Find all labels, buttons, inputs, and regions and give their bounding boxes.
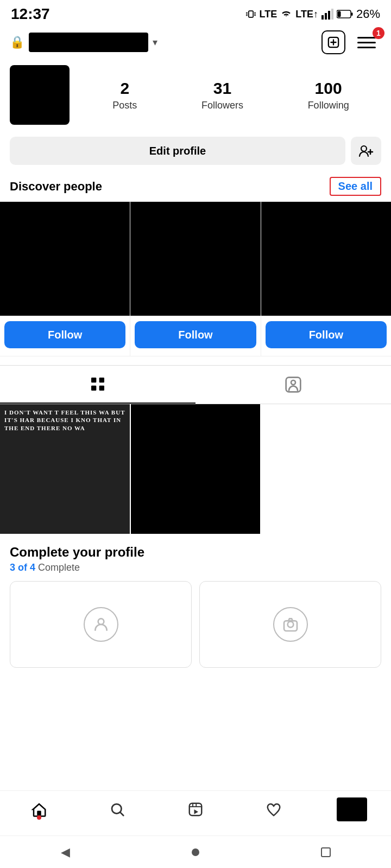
posts-grid: I DON'T WANT T FEEL THIS WA BUT IT'S HAR…	[0, 404, 391, 534]
discover-card-image-1	[0, 202, 130, 316]
edit-profile-button[interactable]: Edit profile	[10, 137, 345, 165]
system-nav: ◀	[0, 835, 391, 868]
svg-rect-23	[99, 386, 104, 391]
svg-rect-12	[351, 12, 352, 16]
following-label: Following	[308, 100, 349, 111]
wifi-icon	[280, 9, 292, 19]
posts-stat[interactable]: 2 Posts	[112, 79, 137, 111]
following-stat[interactable]: 100 Following	[308, 79, 349, 111]
discover-card-1: Follow	[0, 202, 130, 356]
complete-profile-progress: 3 of 4	[10, 562, 35, 573]
complete-cards-row	[10, 581, 381, 668]
discover-card-image-3	[261, 202, 391, 316]
home-dot	[37, 815, 41, 820]
svg-rect-8	[325, 13, 327, 20]
svg-rect-29	[37, 811, 41, 816]
svg-point-27	[287, 621, 293, 627]
search-icon	[109, 801, 125, 818]
nav-profile[interactable]	[330, 797, 374, 821]
following-count: 100	[315, 79, 342, 98]
svg-rect-32	[190, 803, 202, 816]
svg-point-17	[361, 146, 367, 151]
back-icon: ◀	[61, 845, 70, 859]
follow-button-2[interactable]: Follow	[135, 321, 256, 348]
complete-card-2[interactable]	[199, 581, 381, 668]
bottom-nav-bar	[0, 790, 391, 827]
action-row: Edit profile	[0, 133, 391, 173]
status-icons: LTE LTE↑ 26%	[245, 7, 380, 21]
see-all-button[interactable]: See all	[330, 177, 381, 196]
menu-line-3	[357, 47, 376, 48]
svg-rect-21	[99, 378, 104, 382]
svg-rect-13	[337, 11, 340, 17]
tab-grid[interactable]	[0, 366, 195, 404]
svg-point-25	[291, 380, 295, 385]
discover-card-2: Follow	[130, 202, 261, 356]
complete-profile-title: Complete your profile	[10, 545, 381, 560]
nav-reels[interactable]	[174, 801, 217, 818]
discover-card-image-2	[130, 202, 260, 316]
post-text-1: I DON'T WANT T FEEL THIS WA BUT IT'S HAR…	[0, 404, 130, 534]
followers-stat[interactable]: 31 Followers	[201, 79, 243, 111]
notification-badge: 1	[373, 27, 384, 39]
post-thumb-3	[261, 404, 391, 534]
nav-home[interactable]	[17, 801, 61, 818]
svg-point-26	[98, 618, 104, 624]
svg-rect-22	[91, 386, 96, 391]
lock-icon: 🔒	[10, 35, 24, 49]
recents-square-icon	[321, 847, 331, 857]
post-image-2	[131, 404, 261, 534]
battery-percentage: 26%	[356, 7, 380, 21]
avatar[interactable]	[10, 65, 70, 125]
complete-profile-subtitle: 3 of 4 Complete	[10, 562, 381, 573]
followers-count: 31	[213, 79, 231, 98]
complete-card-1[interactable]	[10, 581, 192, 668]
nav-right-icons: 1	[321, 30, 381, 54]
svg-rect-28	[284, 621, 297, 631]
discover-header: Discover people See all	[0, 173, 391, 201]
recents-button[interactable]	[310, 843, 342, 862]
profile-stats: 2 Posts 31 Followers 100 Following	[80, 79, 381, 111]
top-nav: 🔒 ▾ 1	[0, 26, 391, 60]
menu-button[interactable]: 1	[357, 30, 381, 54]
lte2-label: LTE↑	[295, 9, 318, 20]
discover-title: Discover people	[10, 180, 102, 194]
vibrate-icon	[245, 9, 256, 20]
signal-icon	[321, 9, 333, 20]
post-thumb-2[interactable]	[131, 404, 261, 534]
tagged-icon	[285, 376, 302, 393]
svg-rect-9	[328, 11, 330, 20]
status-time: 12:37	[11, 5, 50, 23]
posts-label: Posts	[112, 100, 137, 111]
home-button[interactable]	[179, 843, 212, 862]
back-button[interactable]: ◀	[49, 843, 81, 862]
complete-profile-suffix: Complete	[35, 562, 80, 573]
battery-icon	[337, 9, 353, 19]
profile-tabs	[0, 365, 391, 404]
svg-rect-20	[91, 378, 96, 382]
status-bar: 12:37 LTE LTE↑	[0, 0, 391, 26]
profile-thumb-nav	[337, 797, 367, 821]
chevron-down-icon[interactable]: ▾	[153, 36, 157, 48]
nav-search[interactable]	[96, 801, 139, 818]
add-post-button[interactable]	[321, 30, 345, 54]
svg-line-31	[121, 813, 124, 816]
posts-count: 2	[120, 79, 129, 98]
follow-button-3[interactable]: Follow	[266, 321, 387, 348]
username-area[interactable]: 🔒 ▾	[10, 33, 157, 52]
home-circle-icon	[192, 848, 199, 856]
complete-profile-section: Complete your profile 3 of 4 Complete	[0, 534, 391, 674]
svg-rect-0	[248, 11, 253, 17]
reels-icon	[187, 801, 204, 818]
username-redacted	[29, 33, 148, 52]
menu-line-1	[357, 37, 376, 39]
add-person-icon	[358, 144, 374, 157]
post-thumb-1[interactable]: I DON'T WANT T FEEL THIS WA BUT IT'S HAR…	[0, 404, 130, 534]
svg-rect-10	[331, 9, 333, 20]
follow-button-1[interactable]: Follow	[4, 321, 125, 348]
nav-activity[interactable]	[252, 801, 295, 818]
svg-rect-7	[321, 15, 324, 20]
add-friend-button[interactable]	[351, 137, 381, 165]
person-icon	[92, 616, 110, 633]
tab-tagged[interactable]	[195, 366, 391, 404]
